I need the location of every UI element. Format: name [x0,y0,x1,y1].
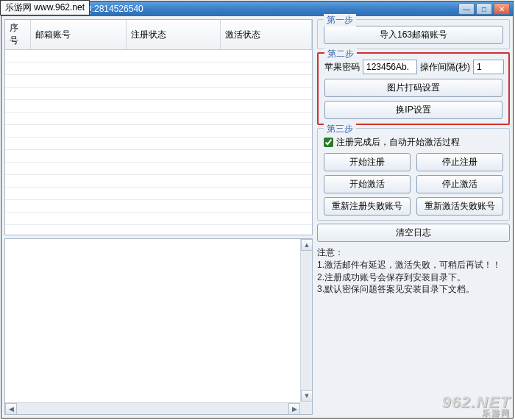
import-email-button[interactable]: 导入163邮箱账号 [324,26,503,44]
scroll-up-icon[interactable]: ▲ [301,239,313,251]
scroll-right-icon[interactable]: ▶ [288,403,300,415]
table-row[interactable] [5,150,312,163]
notes-header: 注意： [317,246,510,259]
notes-line1: 1.激活邮件有延迟，激活失败，可稍后再试！！ [317,259,510,271]
watermark-bottom-right: 962.NET 乐游网 [441,395,511,417]
scroll-corner [300,402,312,414]
accounts-table-body [5,50,312,235]
scroll-left-icon[interactable]: ◀ [5,403,17,415]
col-act-status[interactable]: 激活状态 [220,20,312,50]
log-scrollbar-horizontal[interactable]: ◀ ▶ [5,402,300,414]
start-activate-button[interactable]: 开始激活 [324,175,411,193]
apple-password-input[interactable] [363,60,417,74]
stop-activate-button[interactable]: 停止激活 [416,175,503,193]
step1-title: 第一步 [324,14,356,26]
table-row[interactable] [5,138,312,150]
table-row[interactable] [5,225,312,235]
table-row[interactable] [5,213,312,225]
notes-block: 注意： 1.激活邮件有延迟，激活失败，可稍后再试！！ 2.注册成功账号会保存到安… [317,245,510,297]
notes-line2: 2.注册成功账号会保存到安装目录下。 [317,271,510,284]
step3-title: 第三步 [324,123,356,135]
retry-register-button[interactable]: 重新注册失败账号 [324,197,411,216]
interval-input[interactable] [473,60,504,74]
table-row[interactable] [5,200,312,213]
watermark-top-left: 乐游网 www.962.net [0,0,90,15]
table-row[interactable] [5,50,312,63]
table-row[interactable] [5,88,312,100]
stop-register-button[interactable]: 停止注册 [416,153,503,171]
step3-group: 第三步 注册完成后，自动开始激活过程 开始注册 停止注册 开始激活 停止激活 [317,128,510,221]
minimize-button[interactable]: — [458,3,475,15]
table-row[interactable] [5,188,312,200]
log-scrollbar-vertical[interactable]: ▲ ▼ [300,239,312,402]
interval-label: 操作间隔(秒) [420,61,470,74]
accounts-table[interactable]: 序号 邮箱账号 注册状态 激活状态 [5,20,312,235]
window-controls: — □ ✕ [458,3,510,15]
captcha-settings-button[interactable]: 图片打码设置 [324,79,502,97]
table-row[interactable] [5,175,312,188]
auto-activate-label: 注册完成后，自动开始激活过程 [336,136,460,149]
step2-title: 第二步 [324,48,357,60]
auto-activate-checkbox[interactable] [324,138,333,147]
table-row[interactable] [5,75,312,88]
step1-group: 第一步 导入163邮箱账号 [317,19,510,49]
col-email[interactable]: 邮箱账号 [30,20,126,50]
retry-activate-button[interactable]: 重新激活失败账号 [416,197,503,216]
table-row[interactable] [5,100,312,113]
maximize-button[interactable]: □ [476,3,492,15]
start-register-button[interactable]: 开始注册 [324,153,411,171]
table-row[interactable] [5,163,312,175]
table-row[interactable] [5,113,312,125]
apple-password-label: 苹果密码 [324,61,360,74]
notes-line3: 3.默认密保问题答案见安装目录下文档。 [317,283,510,296]
table-row[interactable] [5,63,312,75]
client-area: 序号 邮箱账号 注册状态 激活状态 [1,16,513,418]
col-index[interactable]: 序号 [5,20,30,50]
col-reg-status[interactable]: 注册状态 [126,20,220,50]
accounts-table-panel: 序号 邮箱账号 注册状态 激活状态 [4,19,313,235]
scroll-down-icon[interactable]: ▼ [301,390,313,402]
log-panel[interactable]: ▲ ▼ ◀ ▶ [4,238,313,416]
ip-settings-button[interactable]: 换IP设置 [324,101,502,119]
step2-group: 第二步 苹果密码 操作间隔(秒) 图片打码设置 换IP设置 [317,52,510,125]
table-row[interactable] [5,125,312,138]
clear-log-button[interactable]: 清空日志 [317,224,510,242]
close-button[interactable]: ✕ [494,3,510,15]
window-frame: 具----软件定做联系QQ:2814526540 — □ ✕ 序号 邮箱账号 [1,1,514,419]
